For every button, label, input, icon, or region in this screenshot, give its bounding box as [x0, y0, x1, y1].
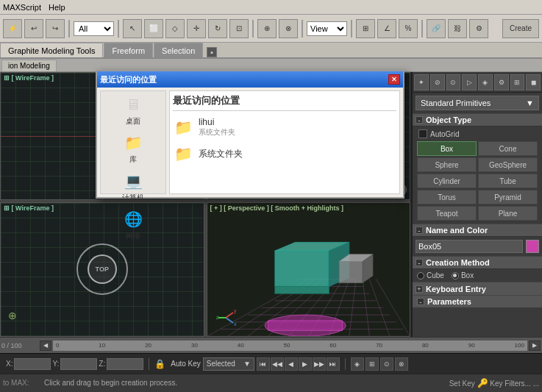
play-btn-next[interactable]: ▶▶ [313, 357, 326, 371]
panel-icon-create[interactable]: ✦ [414, 74, 429, 90]
panel-icon-render[interactable]: ◼ [526, 74, 541, 90]
expand-keyboard-entry[interactable]: + [416, 285, 423, 293]
render-btn-2[interactable]: ⊞ [366, 357, 379, 371]
radio-cube[interactable]: Cube [417, 271, 444, 279]
color-swatch[interactable] [526, 240, 539, 253]
link-btn[interactable]: 🔗 [427, 19, 446, 38]
ref-btn[interactable]: ⊕ [257, 19, 277, 38]
section-parameters[interactable]: - Parameters [413, 295, 542, 307]
btn-cylinder[interactable]: Cylinder [417, 174, 477, 188]
name-color-row [413, 237, 542, 256]
panel-icon-extra[interactable]: ⊞ [510, 74, 525, 90]
panel-icon-hierarchy[interactable]: ⊙ [446, 74, 461, 90]
name-input[interactable] [416, 240, 523, 253]
z-input[interactable] [107, 358, 143, 370]
render-btn-3[interactable]: ⊙ [380, 357, 393, 371]
btn-teapot[interactable]: Teapot [417, 206, 477, 221]
tab-graphite[interactable]: Graphite Modeling Tools [0, 43, 103, 57]
top-gizmo: TOP [76, 243, 128, 295]
lock-icon[interactable]: 🔒 [154, 359, 165, 369]
pct-btn[interactable]: % [399, 19, 418, 38]
collapse-name-color[interactable]: - [416, 227, 423, 234]
render-btn-4[interactable]: ⊗ [395, 357, 408, 371]
dialog-item-1[interactable]: 📁 lihui 系统文件夹 [173, 115, 396, 139]
panel-icon-modify[interactable]: ⊘ [430, 74, 445, 90]
autogrid-checkbox[interactable] [418, 129, 427, 138]
play-btn-prev-key[interactable]: ◀◀ [271, 357, 284, 371]
select-btn[interactable]: ↖ [123, 19, 142, 38]
panel-icon-motion[interactable]: ▷ [462, 74, 477, 90]
btn-geosphere[interactable]: GeoSphere [478, 157, 538, 172]
timeline-progress: 0 / 100 [1, 342, 38, 349]
render-btn-1[interactable]: ◈ [351, 357, 364, 371]
dialog-nav-computer[interactable]: 💻 计算机 [104, 171, 163, 203]
play-btn-start[interactable]: ⏮ [257, 357, 270, 371]
play-btn-play[interactable]: ▶ [299, 357, 312, 371]
z-label: Z: [99, 360, 105, 368]
toolbar-btn-2[interactable]: ↩ [24, 19, 43, 38]
menu-help[interactable]: Help [49, 3, 65, 12]
lasso-btn[interactable]: ◇ [165, 19, 185, 38]
timeline-track[interactable]: 0 10 20 30 40 50 60 70 80 90 100 [53, 341, 527, 351]
dialog-nav-network[interactable]: 🌐 网络 [104, 209, 163, 241]
rotate-btn[interactable]: ↻ [208, 19, 227, 38]
collapse-object-type[interactable]: - [416, 116, 423, 124]
dialog-nav-desktop[interactable]: 🖥 桌面 [104, 94, 163, 126]
panel-icon-utilities[interactable]: ⚙ [494, 74, 509, 90]
separator-5 [351, 20, 352, 38]
key-icon: 🔑 [477, 378, 488, 388]
selected-dropdown[interactable]: Selected ▼ [203, 357, 254, 371]
viewport-bottom-left[interactable]: ⊞ [ WireFrame ] TOP ⊕ [0, 202, 204, 337]
btn-box[interactable]: Box [417, 141, 477, 156]
timeline-scroll-left[interactable]: ◀ [40, 341, 51, 351]
creation-method-row: Cube Box [413, 269, 542, 282]
btn-plane[interactable]: Plane [478, 206, 538, 221]
panel-icon-display[interactable]: ◈ [478, 74, 493, 90]
snap-btn[interactable]: ⊞ [356, 19, 375, 38]
x-input[interactable] [14, 358, 51, 370]
section-creation-method[interactable]: - Creation Method [413, 256, 542, 269]
scale-btn[interactable]: ⊡ [229, 19, 249, 38]
filter-dropdown[interactable]: All [74, 21, 114, 36]
collapse-creation-method[interactable]: - [416, 259, 423, 266]
move-btn[interactable]: ✛ [187, 19, 206, 38]
play-btn-end[interactable]: ⏭ [327, 357, 340, 371]
dialog-close-btn[interactable]: ✕ [388, 74, 400, 85]
rect-select-btn[interactable]: ⬜ [144, 19, 163, 38]
sub-tab-modeling[interactable]: ion Modeling [1, 60, 57, 71]
key-filters-label[interactable]: Key Filters... [490, 379, 531, 388]
dialog-item-2-icon: 📁 [174, 145, 193, 163]
section-object-type[interactable]: - Object Type [413, 113, 542, 126]
timeline-scroll-right[interactable]: ▶ [529, 341, 541, 351]
toolbar-btn-1[interactable]: ⚡ [3, 19, 22, 38]
btn-torus[interactable]: Torus [417, 190, 477, 204]
angle-btn[interactable]: ∠ [377, 19, 396, 38]
y-label: Y: [52, 360, 59, 368]
toolbar-btn-3[interactable]: ↪ [46, 19, 65, 38]
dialog-nav-library-icon: 📁 [121, 132, 145, 153]
dialog-item-2[interactable]: 📁 系统文件夹 [173, 143, 396, 164]
primitives-dropdown[interactable]: Standard Primitives ▼ [416, 96, 539, 110]
menu-maxscript[interactable]: MAXScript [3, 3, 41, 12]
mirror-btn[interactable]: ⊗ [279, 19, 298, 38]
section-keyboard-entry[interactable]: + Keyboard Entry [413, 282, 542, 295]
tab-selection[interactable]: Selection [154, 43, 203, 57]
create-label[interactable]: Create [502, 19, 539, 38]
unlink-btn[interactable]: ⛓ [448, 19, 467, 38]
radio-box[interactable]: Box [452, 271, 474, 279]
tab-icon[interactable]: ▪ [207, 47, 217, 57]
view-dropdown[interactable]: View [307, 21, 347, 36]
play-btn-prev[interactable]: ◀ [285, 357, 298, 371]
btn-tube[interactable]: Tube [478, 174, 538, 188]
tab-bar: Graphite Modeling Tools Freeform Selecti… [0, 43, 542, 59]
btn-pyramid[interactable]: Pyramid [478, 190, 538, 204]
btn-sphere[interactable]: Sphere [417, 157, 477, 172]
tab-freeform[interactable]: Freeform [104, 43, 153, 57]
dialog-nav-library[interactable]: 📁 库 [104, 132, 163, 165]
y-input[interactable] [60, 358, 97, 370]
bind-btn[interactable]: ⚙ [469, 19, 488, 38]
collapse-parameters[interactable]: - [417, 298, 424, 305]
btn-cone[interactable]: Cone [478, 141, 538, 156]
section-name-color[interactable]: - Name and Color [413, 224, 542, 237]
viewport-perspective[interactable]: [ + ] [ Perspective ] [ Smooth + Highlig… [207, 202, 411, 337]
